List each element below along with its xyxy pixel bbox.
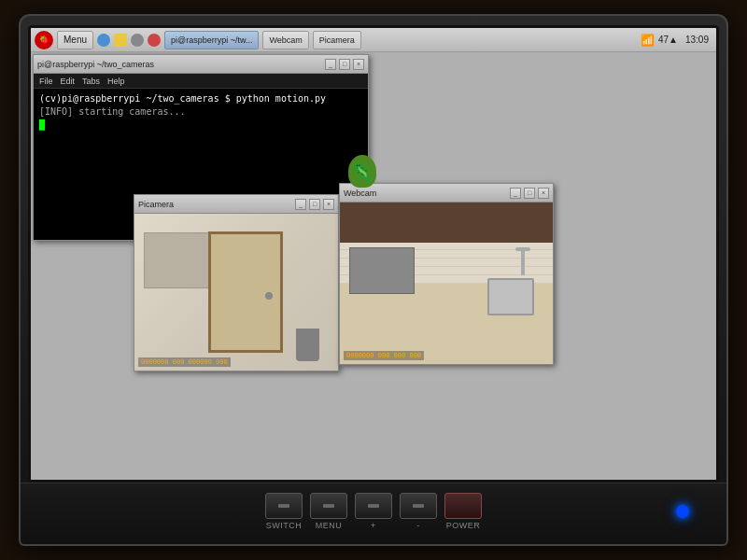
kitchen-sink bbox=[487, 278, 534, 315]
picamera-window: Picamera _ □ × bbox=[134, 194, 339, 371]
maximize-button[interactable]: □ bbox=[339, 59, 350, 70]
picamera-title: Picamera bbox=[138, 200, 292, 209]
file-menu[interactable]: File bbox=[39, 77, 53, 86]
clock: 13:09 bbox=[682, 35, 712, 45]
raspberry-pi-logo[interactable]: 🍓 bbox=[35, 31, 53, 49]
menu-button-group: MENU bbox=[310, 493, 347, 530]
webcam-maximize[interactable]: □ bbox=[524, 188, 535, 199]
picamera-minimize[interactable]: _ bbox=[295, 199, 306, 210]
help-menu[interactable]: Help bbox=[107, 77, 125, 86]
switch-label: SWITCH bbox=[266, 521, 303, 530]
webcam-overlay-text: 0000000 000 000 000 bbox=[344, 351, 424, 360]
menu-label: MENU bbox=[316, 521, 343, 530]
taskbar-terminal-tab[interactable]: pi@raspberrypi ~/tw... bbox=[164, 31, 259, 49]
power-button-group: POWER bbox=[444, 493, 482, 530]
rpi-desktop: 🍓 Menu pi@raspberrypi ~/tw... Webcam Pic… bbox=[31, 28, 716, 480]
shield-icon bbox=[148, 34, 161, 47]
power-indicator-area bbox=[676, 505, 708, 518]
terminal-titlebar[interactable]: pi@raspberrypi ~/two_cameras _ □ × bbox=[34, 55, 368, 74]
kitchen-faucet bbox=[521, 247, 525, 275]
battery-indicator: 47▲ bbox=[658, 35, 678, 45]
gear-icon bbox=[131, 34, 144, 47]
microwave bbox=[349, 247, 415, 294]
webcam-close[interactable]: × bbox=[538, 188, 549, 199]
minimize-button[interactable]: _ bbox=[325, 59, 336, 70]
plus-label: + bbox=[371, 521, 376, 530]
monitor-controls: SWITCH MENU + - POWER bbox=[21, 483, 726, 539]
webcam-titlebar[interactable]: Webcam _ □ × bbox=[340, 184, 553, 203]
minus-label: - bbox=[416, 521, 420, 530]
close-button[interactable]: × bbox=[353, 59, 364, 70]
plus-button-group: + bbox=[355, 493, 392, 530]
tabs-menu[interactable]: Tabs bbox=[82, 77, 100, 86]
taskbar: 🍓 Menu pi@raspberrypi ~/tw... Webcam Pic… bbox=[31, 28, 716, 52]
taskbar-webcam-tab[interactable]: Webcam bbox=[262, 31, 308, 49]
webcam-title: Webcam bbox=[344, 189, 507, 198]
webcam-content: 0000000 000 000 000 bbox=[340, 203, 553, 364]
wifi-icon: 📶 bbox=[641, 34, 655, 47]
terminal-menu: File Edit Tabs Help bbox=[34, 74, 368, 89]
desktop-area: pi@raspberrypi ~/two_cameras _ □ × File … bbox=[31, 52, 716, 480]
folder-icon bbox=[114, 34, 127, 47]
edit-menu[interactable]: Edit bbox=[61, 77, 76, 86]
webcam-window: Webcam _ □ × 0 bbox=[339, 183, 554, 365]
terminal-line-1: (cv)pi@raspberrypi ~/two_cameras $ pytho… bbox=[39, 92, 362, 105]
picamera-titlebar[interactable]: Picamera _ □ × bbox=[134, 195, 338, 214]
terminal-body: (cv)pi@raspberrypi ~/two_cameras $ pytho… bbox=[34, 89, 368, 135]
picamera-maximize[interactable]: □ bbox=[309, 199, 320, 210]
globe-icon bbox=[97, 34, 110, 47]
power-button[interactable] bbox=[444, 493, 482, 519]
minus-button-group: - bbox=[400, 493, 437, 530]
minus-button[interactable] bbox=[400, 493, 437, 519]
wall-vent bbox=[144, 232, 209, 288]
picamera-content: 0000000 000 000000 000 bbox=[134, 214, 338, 371]
door-knob bbox=[265, 292, 273, 300]
door-frame bbox=[208, 231, 283, 353]
taskbar-picamera-tab[interactable]: Picamera bbox=[313, 31, 361, 49]
door-scene bbox=[134, 214, 338, 371]
screen-bezel: 🍓 Menu pi@raspberrypi ~/tw... Webcam Pic… bbox=[28, 25, 719, 483]
menu-button[interactable] bbox=[310, 493, 347, 519]
webcam-minimize[interactable]: _ bbox=[510, 188, 521, 199]
plus-button[interactable] bbox=[355, 493, 392, 519]
trashcan bbox=[296, 329, 319, 361]
kitchen-scene bbox=[340, 203, 553, 364]
taskbar-menu-button[interactable]: Menu bbox=[57, 31, 93, 49]
terminal-cursor: █ bbox=[39, 119, 362, 132]
power-label: POWER bbox=[446, 521, 481, 530]
power-led bbox=[676, 505, 689, 518]
monitor-shell: 🍓 Menu pi@raspberrypi ~/tw... Webcam Pic… bbox=[19, 14, 728, 546]
gecko-icon: 🦎 bbox=[348, 155, 376, 188]
picamera-close[interactable]: × bbox=[323, 199, 334, 210]
terminal-title: pi@raspberrypi ~/two_cameras bbox=[37, 60, 322, 69]
terminal-line-2: [INFO] starting cameras... bbox=[39, 105, 362, 119]
switch-button[interactable] bbox=[265, 493, 303, 519]
picamera-overlay-text: 0000000 000 000000 000 bbox=[138, 357, 231, 367]
switch-button-group: SWITCH bbox=[265, 493, 303, 530]
